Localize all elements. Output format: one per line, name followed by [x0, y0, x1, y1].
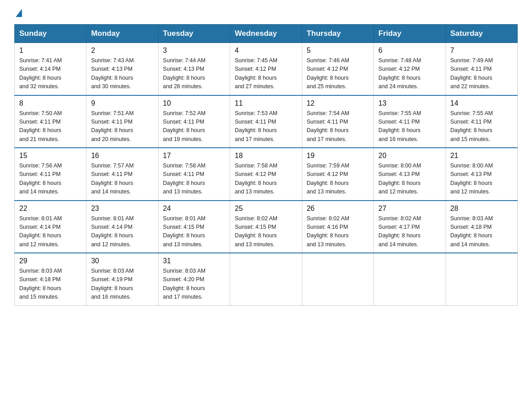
calendar-cell: 1Sunrise: 7:41 AMSunset: 4:14 PMDaylight…: [15, 43, 86, 95]
calendar-cell: 8Sunrise: 7:50 AMSunset: 4:11 PMDaylight…: [15, 95, 86, 148]
day-info: Sunrise: 8:02 AMSunset: 4:15 PMDaylight:…: [235, 214, 297, 249]
day-info: Sunrise: 7:59 AMSunset: 4:12 PMDaylight:…: [307, 162, 369, 197]
day-info: Sunrise: 8:03 AMSunset: 4:19 PMDaylight:…: [91, 267, 153, 302]
day-info: Sunrise: 7:51 AMSunset: 4:11 PMDaylight:…: [91, 109, 153, 144]
day-number: 22: [19, 205, 82, 213]
day-of-week-header: Sunday: [15, 25, 86, 43]
day-info: Sunrise: 7:54 AMSunset: 4:11 PMDaylight:…: [307, 109, 369, 144]
day-info: Sunrise: 8:03 AMSunset: 4:18 PMDaylight:…: [19, 267, 82, 302]
day-info: Sunrise: 7:56 AMSunset: 4:11 PMDaylight:…: [19, 162, 82, 197]
day-info: Sunrise: 7:58 AMSunset: 4:12 PMDaylight:…: [235, 162, 297, 197]
calendar-cell: 4Sunrise: 7:45 AMSunset: 4:12 PMDaylight…: [230, 43, 302, 95]
day-number: 12: [307, 99, 369, 107]
calendar-cell: 30Sunrise: 8:03 AMSunset: 4:19 PMDayligh…: [86, 253, 158, 305]
calendar-cell: 20Sunrise: 8:00 AMSunset: 4:13 PMDayligh…: [374, 148, 446, 201]
day-number: 13: [378, 99, 441, 107]
calendar-table: SundayMondayTuesdayWednesdayThursdayFrid…: [14, 24, 518, 306]
calendar-header-row: SundayMondayTuesdayWednesdayThursdayFrid…: [15, 25, 518, 43]
day-number: 15: [19, 152, 82, 160]
calendar-cell: 6Sunrise: 7:48 AMSunset: 4:12 PMDaylight…: [374, 43, 446, 95]
page-header: [14, 11, 518, 17]
day-number: 2: [91, 47, 153, 55]
day-info: Sunrise: 7:52 AMSunset: 4:11 PMDaylight:…: [163, 109, 225, 144]
calendar-cell: 23Sunrise: 8:01 AMSunset: 4:14 PMDayligh…: [86, 201, 158, 253]
calendar-cell: [230, 253, 302, 305]
day-info: Sunrise: 8:00 AMSunset: 4:13 PMDaylight:…: [450, 162, 513, 197]
calendar-cell: 16Sunrise: 7:57 AMSunset: 4:11 PMDayligh…: [86, 148, 158, 201]
day-number: 26: [307, 205, 369, 213]
day-info: Sunrise: 8:02 AMSunset: 4:16 PMDaylight:…: [307, 214, 369, 249]
day-info: Sunrise: 7:55 AMSunset: 4:11 PMDaylight:…: [378, 109, 441, 144]
day-of-week-header: Wednesday: [230, 25, 302, 43]
calendar-cell: 29Sunrise: 8:03 AMSunset: 4:18 PMDayligh…: [15, 253, 86, 305]
calendar-cell: [374, 253, 446, 305]
day-info: Sunrise: 8:01 AMSunset: 4:14 PMDaylight:…: [91, 214, 153, 249]
day-number: 18: [235, 152, 297, 160]
logo: [14, 11, 22, 17]
day-of-week-header: Thursday: [302, 25, 373, 43]
day-number: 16: [91, 152, 153, 160]
day-number: 23: [91, 205, 153, 213]
day-info: Sunrise: 8:01 AMSunset: 4:15 PMDaylight:…: [163, 214, 225, 249]
calendar-cell: [446, 253, 517, 305]
day-number: 14: [450, 99, 513, 107]
calendar-week-row: 1Sunrise: 7:41 AMSunset: 4:14 PMDaylight…: [15, 43, 518, 95]
day-number: 21: [450, 152, 513, 160]
day-of-week-header: Friday: [374, 25, 446, 43]
day-number: 6: [378, 47, 441, 55]
day-number: 7: [450, 47, 513, 55]
day-info: Sunrise: 7:45 AMSunset: 4:12 PMDaylight:…: [235, 56, 297, 91]
day-number: 3: [163, 47, 225, 55]
calendar-cell: 3Sunrise: 7:44 AMSunset: 4:13 PMDaylight…: [158, 43, 230, 95]
day-number: 19: [307, 152, 369, 160]
day-info: Sunrise: 7:44 AMSunset: 4:13 PMDaylight:…: [163, 56, 225, 91]
day-info: Sunrise: 7:43 AMSunset: 4:13 PMDaylight:…: [91, 56, 153, 91]
day-of-week-header: Tuesday: [158, 25, 230, 43]
day-info: Sunrise: 7:55 AMSunset: 4:11 PMDaylight:…: [450, 109, 513, 144]
calendar-cell: 25Sunrise: 8:02 AMSunset: 4:15 PMDayligh…: [230, 201, 302, 253]
day-number: 4: [235, 47, 297, 55]
day-number: 1: [19, 47, 82, 55]
day-number: 20: [378, 152, 441, 160]
calendar-cell: [302, 253, 373, 305]
day-info: Sunrise: 7:50 AMSunset: 4:11 PMDaylight:…: [19, 109, 82, 144]
day-number: 5: [307, 47, 369, 55]
day-number: 30: [91, 257, 153, 265]
calendar-cell: 9Sunrise: 7:51 AMSunset: 4:11 PMDaylight…: [86, 95, 158, 148]
calendar-week-row: 22Sunrise: 8:01 AMSunset: 4:14 PMDayligh…: [15, 201, 518, 253]
calendar-cell: 10Sunrise: 7:52 AMSunset: 4:11 PMDayligh…: [158, 95, 230, 148]
day-number: 29: [19, 257, 82, 265]
day-number: 9: [91, 99, 153, 107]
day-number: 10: [163, 99, 225, 107]
day-number: 25: [235, 205, 297, 213]
day-info: Sunrise: 8:01 AMSunset: 4:14 PMDaylight:…: [19, 214, 82, 249]
calendar-cell: 17Sunrise: 7:58 AMSunset: 4:11 PMDayligh…: [158, 148, 230, 201]
day-info: Sunrise: 7:41 AMSunset: 4:14 PMDaylight:…: [19, 56, 82, 91]
calendar-cell: 27Sunrise: 8:02 AMSunset: 4:17 PMDayligh…: [374, 201, 446, 253]
day-info: Sunrise: 7:46 AMSunset: 4:12 PMDaylight:…: [307, 56, 369, 91]
calendar-cell: 21Sunrise: 8:00 AMSunset: 4:13 PMDayligh…: [446, 148, 517, 201]
calendar-cell: 22Sunrise: 8:01 AMSunset: 4:14 PMDayligh…: [15, 201, 86, 253]
calendar-cell: 31Sunrise: 8:03 AMSunset: 4:20 PMDayligh…: [158, 253, 230, 305]
day-number: 28: [450, 205, 513, 213]
day-info: Sunrise: 7:57 AMSunset: 4:11 PMDaylight:…: [91, 162, 153, 197]
day-of-week-header: Saturday: [446, 25, 517, 43]
calendar-cell: 28Sunrise: 8:03 AMSunset: 4:18 PMDayligh…: [446, 201, 517, 253]
day-info: Sunrise: 7:58 AMSunset: 4:11 PMDaylight:…: [163, 162, 225, 197]
logo-triangle-icon: [16, 9, 22, 17]
calendar-week-row: 8Sunrise: 7:50 AMSunset: 4:11 PMDaylight…: [15, 95, 518, 148]
day-info: Sunrise: 8:03 AMSunset: 4:18 PMDaylight:…: [450, 214, 513, 249]
day-info: Sunrise: 7:53 AMSunset: 4:11 PMDaylight:…: [235, 109, 297, 144]
calendar-week-row: 29Sunrise: 8:03 AMSunset: 4:18 PMDayligh…: [15, 253, 518, 305]
calendar-cell: 7Sunrise: 7:49 AMSunset: 4:11 PMDaylight…: [446, 43, 517, 95]
day-number: 8: [19, 99, 82, 107]
day-of-week-header: Monday: [86, 25, 158, 43]
calendar-cell: 18Sunrise: 7:58 AMSunset: 4:12 PMDayligh…: [230, 148, 302, 201]
day-number: 17: [163, 152, 225, 160]
calendar-cell: 13Sunrise: 7:55 AMSunset: 4:11 PMDayligh…: [374, 95, 446, 148]
day-info: Sunrise: 7:48 AMSunset: 4:12 PMDaylight:…: [378, 56, 441, 91]
calendar-cell: 26Sunrise: 8:02 AMSunset: 4:16 PMDayligh…: [302, 201, 373, 253]
day-info: Sunrise: 7:49 AMSunset: 4:11 PMDaylight:…: [450, 56, 513, 91]
calendar-week-row: 15Sunrise: 7:56 AMSunset: 4:11 PMDayligh…: [15, 148, 518, 201]
day-number: 11: [235, 99, 297, 107]
